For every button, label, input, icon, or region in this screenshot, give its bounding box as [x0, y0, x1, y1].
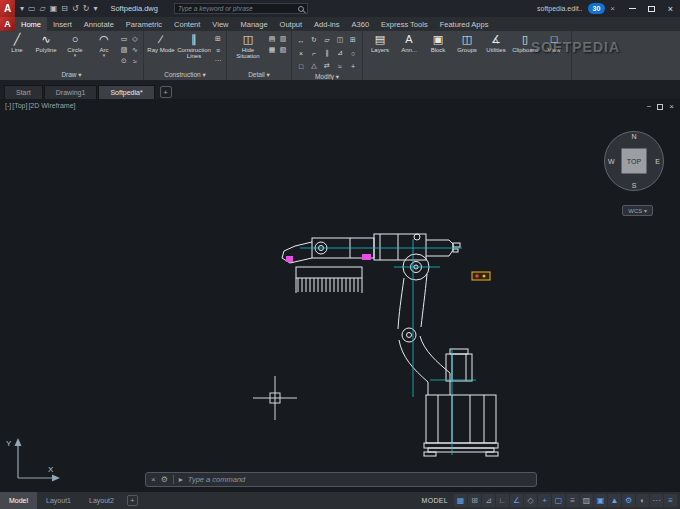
search-icon[interactable]: [298, 6, 304, 12]
compass-south-label[interactable]: S: [632, 182, 637, 189]
command-close-icon[interactable]: ×: [151, 475, 156, 484]
polar-tracking-icon[interactable]: ∠: [510, 494, 523, 507]
block-button[interactable]: ▣ Block: [424, 32, 452, 70]
construction-lines-button[interactable]: ∥ Construction Lines: [176, 32, 212, 70]
isodraft-icon[interactable]: ◇: [524, 494, 537, 507]
hide-situation-button[interactable]: ◫ Hide Situation: [230, 32, 266, 70]
layout-tab-model[interactable]: Model: [0, 492, 37, 509]
layers-button[interactable]: ▤ Layers: [366, 32, 394, 70]
blend-icon[interactable]: ≈: [334, 60, 346, 72]
revision-cloud-icon[interactable]: ≈: [130, 56, 140, 66]
detail-view-icon[interactable]: ▤: [267, 34, 277, 44]
erase-icon[interactable]: ×: [295, 47, 307, 59]
layout-tab-layout2[interactable]: Layout2: [80, 492, 123, 509]
close-button[interactable]: ×: [661, 0, 680, 17]
panel-label-modify[interactable]: Modify ▾: [292, 72, 362, 80]
polyline-button[interactable]: ∿ Polyline: [32, 32, 60, 70]
more-modify-icon[interactable]: +: [347, 60, 359, 72]
line-button[interactable]: ╱ Line: [3, 32, 31, 70]
layout-tab-layout1[interactable]: Layout1: [37, 492, 80, 509]
transparency-icon[interactable]: ▨: [580, 494, 593, 507]
viewport-view-control[interactable]: [Top]: [12, 102, 27, 109]
undo-icon[interactable]: ↺: [72, 0, 79, 17]
exchange-apps-icon[interactable]: ×: [610, 4, 615, 13]
file-tab-start[interactable]: Start: [4, 85, 43, 99]
viewport-restore-icon[interactable]: [657, 104, 663, 110]
panel-label-construction[interactable]: Construction ▾: [144, 70, 226, 80]
rotate-icon[interactable]: ↻: [308, 34, 320, 46]
graphics-performance-icon[interactable]: ◐: [636, 494, 649, 507]
viewport-minimize-icon[interactable]: −: [647, 102, 652, 111]
polygon-tool-icon[interactable]: ◇: [130, 34, 140, 44]
join-icon[interactable]: ⇄: [321, 60, 333, 72]
tab-output[interactable]: Output: [274, 17, 309, 31]
view-button[interactable]: □ View: [540, 32, 568, 70]
section-view-icon[interactable]: ▥: [278, 34, 288, 44]
infer-constraints-icon[interactable]: ⊿: [482, 494, 495, 507]
tab-view[interactable]: View: [206, 17, 234, 31]
tab-parametric[interactable]: Parametric: [120, 17, 168, 31]
groups-button[interactable]: ◫ Groups: [453, 32, 481, 70]
edit-view-icon[interactable]: ▧: [278, 45, 288, 55]
tab-a360[interactable]: A360: [346, 17, 376, 31]
command-input[interactable]: [188, 475, 531, 484]
viewport-close-icon[interactable]: ×: [669, 102, 674, 111]
help-search-box[interactable]: [174, 3, 308, 14]
offset-icon[interactable]: ∥: [321, 47, 333, 59]
more-construction-icon[interactable]: ⋯: [213, 56, 223, 66]
circle-button[interactable]: ○ Circle ▾: [61, 32, 89, 70]
tab-featured-apps[interactable]: Featured Apps: [434, 17, 495, 31]
minimize-button[interactable]: [623, 0, 642, 17]
qat-more-icon[interactable]: ▾: [93, 0, 97, 17]
new-drawing-tab-button[interactable]: +: [160, 86, 172, 98]
compass-east-label[interactable]: E: [655, 158, 660, 165]
snap-icon[interactable]: ⊞: [468, 494, 481, 507]
notification-badge[interactable]: 30: [588, 3, 606, 14]
compass-west-label[interactable]: W: [608, 158, 615, 165]
selection-cycling-icon[interactable]: ▣: [594, 494, 607, 507]
model-space-canvas[interactable]: [-] [Top] [2D Wireframe] − × N S W E TOP…: [0, 99, 680, 492]
ortho-icon[interactable]: ∟: [496, 494, 509, 507]
workspace-gear-icon[interactable]: ⚙: [622, 494, 635, 507]
customization-icon[interactable]: ≡: [664, 494, 677, 507]
view-cube[interactable]: N S W E TOP: [604, 131, 664, 191]
tab-express-tools[interactable]: Express Tools: [375, 17, 434, 31]
annotation-scale-icon[interactable]: ▲: [608, 494, 621, 507]
spline-tool-icon[interactable]: ∿: [130, 45, 140, 55]
chevron-down-icon[interactable]: ▾: [103, 53, 106, 57]
maximize-button[interactable]: [642, 0, 661, 17]
app-menu-button[interactable]: A: [0, 17, 15, 31]
arc-button[interactable]: ◠ Arc ▾: [90, 32, 118, 70]
copy-icon[interactable]: ◫: [334, 34, 346, 46]
tab-content[interactable]: Content: [168, 17, 206, 31]
model-space-indicator[interactable]: MODEL: [417, 497, 453, 504]
scale-icon[interactable]: □: [295, 60, 307, 72]
tab-annotate[interactable]: Annotate: [78, 17, 120, 31]
viewport-visual-style-control[interactable]: [2D Wireframe]: [28, 102, 75, 109]
plot-icon[interactable]: ⊟: [61, 0, 68, 17]
grid-icon[interactable]: ▦: [454, 494, 467, 507]
object-snap-icon[interactable]: ▢: [552, 494, 565, 507]
mirror-icon[interactable]: ⊞: [347, 34, 359, 46]
more-options-icon[interactable]: ⋯: [650, 494, 663, 507]
ellipse-tool-icon[interactable]: ⊙: [119, 56, 129, 66]
panel-label-draw[interactable]: Draw ▾: [0, 70, 143, 80]
annotation-button[interactable]: A Ann...: [395, 32, 423, 70]
view-cube-top-face[interactable]: TOP: [622, 149, 647, 174]
tab-home[interactable]: Home: [15, 17, 47, 31]
ray-mode-button[interactable]: ∕ Ray Mode: [147, 32, 175, 70]
new-file-icon[interactable]: ▭: [28, 0, 36, 17]
robot-arm-drawing[interactable]: [0, 99, 680, 492]
signin-account-label[interactable]: softpedia.edit..: [537, 5, 583, 12]
measure-tool-icon[interactable]: ≡: [213, 45, 223, 55]
divide-tool-icon[interactable]: ⊞: [213, 34, 223, 44]
file-tab-softpedia[interactable]: Softpedia*: [98, 85, 154, 99]
command-customize-icon[interactable]: ⚙: [161, 475, 168, 484]
tab-insert[interactable]: Insert: [47, 17, 78, 31]
open-file-icon[interactable]: ▱: [40, 0, 46, 17]
search-input[interactable]: [178, 5, 296, 12]
workspace-dropdown-icon[interactable]: ▾: [20, 0, 24, 17]
autocad-logo-icon[interactable]: A: [0, 0, 15, 17]
hatch-tool-icon[interactable]: ▨: [119, 45, 129, 55]
file-tab-drawing1[interactable]: Drawing1: [44, 85, 98, 99]
